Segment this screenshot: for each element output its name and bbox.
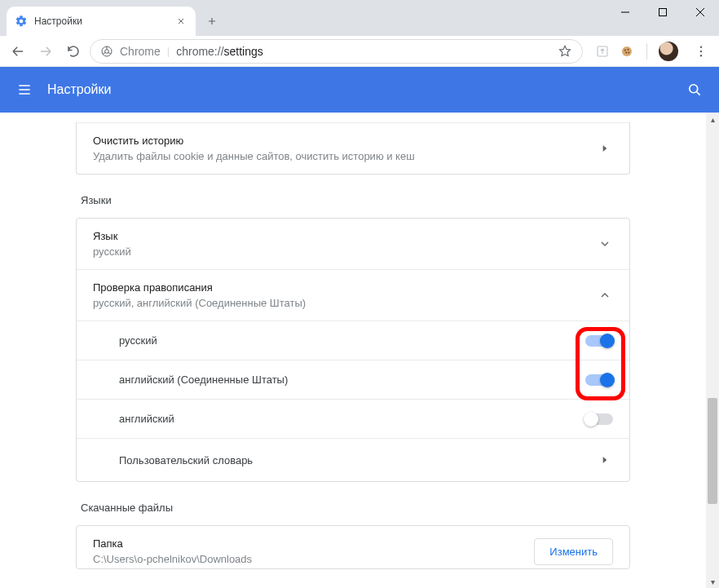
vertical-scrollbar[interactable]: ▴ ▾ — [706, 113, 719, 588]
extension-2-icon[interactable] — [619, 43, 635, 60]
extension-icons — [588, 42, 685, 61]
nav-forward-button[interactable] — [34, 40, 57, 63]
downloads-folder-path: C:\Users\o-pchelnikov\Downloads — [93, 553, 534, 565]
scroll-up-arrow-icon[interactable]: ▴ — [706, 113, 719, 126]
bookmark-star-icon[interactable] — [558, 44, 572, 59]
clear-history-row[interactable]: Очистить историю Удалить файлы cookie и … — [77, 123, 629, 174]
extension-1-icon[interactable] — [594, 43, 611, 60]
address-bar[interactable]: Chrome | chrome://settings — [90, 39, 583, 64]
omnibox-url: chrome://settings — [176, 45, 263, 58]
chrome-icon — [100, 45, 113, 58]
scroll-down-arrow-icon[interactable]: ▾ — [706, 575, 719, 588]
window-controls — [607, 0, 719, 24]
browser-menu-icon[interactable] — [690, 40, 712, 63]
spellcheck-row[interactable]: Проверка правописания русский, английски… — [77, 270, 629, 321]
language-row-sub: русский — [93, 245, 597, 258]
menu-icon[interactable] — [15, 80, 34, 99]
window-close[interactable] — [682, 0, 719, 24]
downloads-card: Папка C:\Users\o-pchelnikov\Downloads Из… — [76, 525, 630, 569]
chevron-right-icon — [597, 452, 613, 468]
svg-point-10 — [700, 50, 702, 51]
spellcheck-item-english: английский — [77, 400, 629, 439]
window-maximize[interactable] — [644, 0, 682, 24]
spellcheck-item-label: русский — [119, 334, 585, 347]
window-titlebar: Настройки — [0, 0, 719, 36]
languages-section-label: Языки — [81, 194, 630, 206]
downloads-section-label: Скачанные файлы — [81, 502, 630, 514]
search-icon[interactable] — [685, 80, 704, 99]
custom-dictionary-row[interactable]: Пользовательский словарь — [77, 439, 629, 481]
browser-toolbar: Chrome | chrome://settings — [0, 36, 719, 67]
scrollbar-thumb[interactable] — [708, 398, 717, 504]
svg-point-8 — [628, 51, 629, 53]
languages-card: Язык русский Проверка правописания русск… — [76, 218, 630, 482]
browser-tab[interactable]: Настройки — [7, 7, 196, 36]
new-tab-button[interactable] — [201, 10, 223, 33]
spellcheck-item-label: английский (Соединенные Штаты) — [119, 374, 585, 386]
change-folder-button[interactable]: Изменить — [534, 538, 613, 565]
spellcheck-row-title: Проверка правописания — [93, 281, 597, 294]
omnibox-chrome-label: Chrome — [120, 45, 161, 58]
spellcheck-item-english-us: английский (Соединенные Штаты) — [77, 360, 629, 400]
language-row[interactable]: Язык русский — [77, 219, 629, 269]
toggle-english-us[interactable] — [585, 374, 613, 386]
privacy-card: Очистить историю Удалить файлы cookie и … — [76, 122, 630, 175]
svg-point-7 — [625, 51, 627, 53]
tab-close-icon[interactable] — [174, 15, 187, 28]
clear-history-sub: Удалить файлы cookie и данные сайтов, оч… — [93, 150, 597, 162]
chevron-down-icon — [597, 236, 613, 252]
custom-dictionary-label: Пользовательский словарь — [119, 454, 597, 466]
nav-back-button[interactable] — [7, 40, 29, 63]
spellcheck-item-russian: русский — [77, 321, 629, 360]
window-minimize[interactable] — [607, 0, 644, 24]
spellcheck-language-list: русский английский (Соединенные Штаты) а… — [77, 321, 629, 481]
svg-point-6 — [628, 48, 629, 50]
toggle-english[interactable] — [585, 413, 613, 425]
settings-content: Очистить историю Удалить файлы cookie и … — [0, 113, 706, 588]
downloads-folder-row: Папка C:\Users\o-pchelnikov\Downloads Из… — [77, 526, 629, 568]
svg-point-12 — [690, 85, 698, 93]
svg-point-9 — [700, 46, 702, 47]
chevron-up-icon — [597, 287, 613, 303]
header-title: Настройки — [47, 82, 111, 97]
svg-rect-0 — [659, 9, 667, 16]
gear-icon — [15, 15, 28, 28]
svg-point-5 — [624, 49, 626, 51]
chevron-right-icon — [597, 140, 613, 157]
settings-header: Настройки — [0, 67, 719, 113]
spellcheck-item-label: английский — [119, 413, 585, 425]
nav-reload-button[interactable] — [62, 40, 85, 63]
profile-avatar[interactable] — [659, 42, 678, 61]
language-row-title: Язык — [93, 230, 597, 242]
svg-point-11 — [700, 55, 702, 56]
downloads-folder-title: Папка — [93, 537, 534, 550]
clear-history-title: Очистить историю — [93, 135, 597, 147]
svg-point-4 — [622, 46, 632, 56]
tab-title: Настройки — [34, 15, 168, 27]
toggle-russian[interactable] — [585, 335, 613, 347]
spellcheck-row-sub: русский, английский (Соединенные Штаты) — [93, 297, 597, 309]
